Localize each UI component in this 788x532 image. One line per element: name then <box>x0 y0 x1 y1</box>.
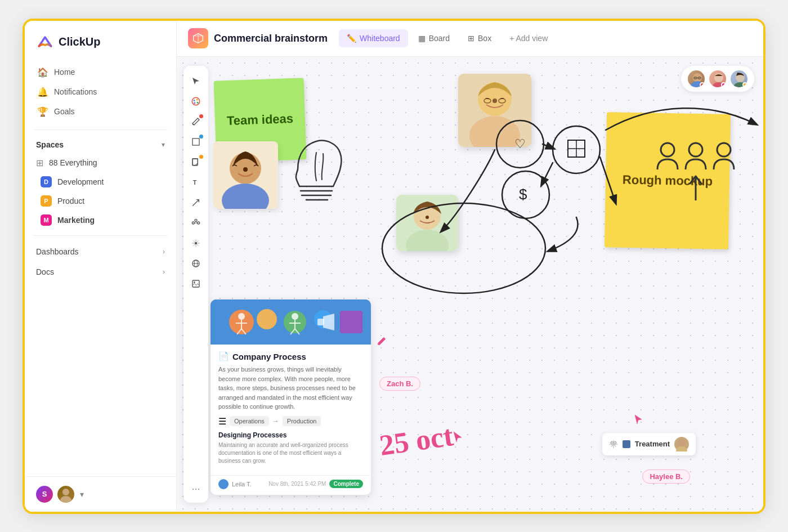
doc-date: Nov 8th, 2021 5:42 PM <box>268 481 326 487</box>
view-icon <box>188 28 208 48</box>
svg-point-4 <box>194 100 195 101</box>
home-icon: 🏠 <box>37 67 48 78</box>
tool-connect[interactable] <box>186 213 205 233</box>
tab-board[interactable]: ▦ Board <box>410 29 458 47</box>
note-dot <box>199 155 203 159</box>
tool-cursor[interactable] <box>186 71 205 91</box>
svg-point-65 <box>292 313 298 320</box>
tool-palette[interactable] <box>186 92 205 111</box>
document-card[interactable]: 📄 Company Process As your business grows… <box>211 299 371 495</box>
box-tab-label: Box <box>478 34 491 43</box>
doc-subtitle: Designing Processes <box>218 431 363 439</box>
svg-point-3 <box>192 97 200 105</box>
sticky-green-text: Team ideas <box>226 111 293 129</box>
list-icon: ☰ <box>218 416 226 427</box>
whiteboard-tab-icon: ✏️ <box>347 34 356 43</box>
toolbar: T ... <box>183 66 208 503</box>
tool-rect[interactable] <box>186 132 205 151</box>
sidebar-item-notifications-label: Notifications <box>54 87 97 96</box>
label-zach: Zach B. <box>379 377 420 391</box>
pen-dot <box>199 114 203 118</box>
main-area: Commercial brainstorm ✏️ Whiteboard ▦ Bo… <box>177 21 763 512</box>
user-avatar-person[interactable] <box>57 486 74 503</box>
zach-label-text: Zach B. <box>387 379 413 388</box>
whiteboard-canvas[interactable]: T ... <box>177 57 763 512</box>
divider <box>34 129 167 130</box>
svg-point-12 <box>198 222 200 224</box>
svg-point-60 <box>238 313 245 320</box>
sidebar-item-goals[interactable]: 🏆 Goals <box>32 102 169 122</box>
tool-image[interactable] <box>186 274 205 293</box>
tool-globe[interactable] <box>186 254 205 273</box>
tool-note[interactable] <box>186 153 205 172</box>
add-view-button[interactable]: + Add view <box>502 29 556 47</box>
sidebar-section-dashboards[interactable]: Dashboards › <box>25 242 176 262</box>
cursor-icon <box>453 431 463 445</box>
whiteboard-tab-label: Whiteboard <box>360 34 400 43</box>
user-avatars <box>681 66 754 92</box>
tab-whiteboard[interactable]: ✏️ Whiteboard <box>339 29 408 47</box>
tool-arrow[interactable] <box>186 193 205 212</box>
arrow-icon: → <box>272 417 279 425</box>
sidebar-item-development[interactable]: D Development <box>29 172 172 191</box>
sidebar-bottom: S ▾ <box>25 476 176 512</box>
svg-point-71 <box>678 439 686 446</box>
sidebar-item-marketing[interactable]: M Marketing <box>29 211 172 230</box>
sidebar-item-notifications[interactable]: 🔔 Notifications <box>32 82 169 102</box>
everything-label: 88 Everything <box>49 158 97 167</box>
board-tab-icon: ▦ <box>418 34 426 43</box>
online-dot-2 <box>721 82 726 87</box>
svg-point-7 <box>194 102 195 104</box>
trophy-icon: 🏆 <box>37 106 48 117</box>
page-title: Commercial brainstorm <box>214 33 328 44</box>
online-dot-3 <box>742 82 747 87</box>
sidebar-item-product[interactable]: P Product <box>29 191 172 211</box>
avatar-user3 <box>729 69 749 88</box>
person-photo-mid <box>396 195 458 251</box>
user-avatar-s[interactable]: S <box>36 486 53 503</box>
svg-point-1 <box>62 489 69 495</box>
logo[interactable]: ClickUp <box>25 21 176 60</box>
sidebar-section-docs[interactable]: Docs › <box>25 262 176 282</box>
marketing-badge: M <box>41 214 52 226</box>
doc-status-badge: Complete <box>329 480 363 488</box>
sidebar-nav: 🏠 Home 🔔 Notifications 🏆 Goals <box>25 60 176 124</box>
flow-from: Operations <box>230 416 269 426</box>
svg-point-13 <box>195 219 197 221</box>
doc-icon: 📄 <box>218 351 229 361</box>
svg-rect-17 <box>192 280 199 287</box>
header: Commercial brainstorm ✏️ Whiteboard ▦ Bo… <box>177 21 763 57</box>
people-icons-svg <box>651 136 741 203</box>
doc-flow: ☰ Operations → Production <box>218 416 363 427</box>
chevron-down-icon: ▾ <box>162 141 165 149</box>
box-tab-icon: ⊞ <box>468 34 474 43</box>
doc-sub-desc: Maintaining an accurate and well-organiz… <box>218 441 363 465</box>
product-badge: P <box>41 195 52 207</box>
svg-point-47 <box>553 126 600 173</box>
doc-title: 📄 Company Process <box>218 351 363 361</box>
haylee-label-text: Haylee B. <box>650 472 683 481</box>
svg-text:T: T <box>193 179 197 186</box>
svg-point-72 <box>676 446 687 451</box>
tool-sparkle[interactable] <box>186 234 205 253</box>
tab-box[interactable]: ⊞ Box <box>460 29 499 47</box>
avatar-user1 <box>687 69 706 88</box>
development-badge: D <box>41 176 52 187</box>
add-view-label: + Add view <box>509 34 548 43</box>
sidebar-item-home[interactable]: 🏠 Home <box>32 62 169 82</box>
svg-text:$: $ <box>519 186 527 203</box>
more-tools[interactable]: ... <box>191 476 200 497</box>
spaces-header[interactable]: Spaces ▾ <box>25 136 176 154</box>
everything-item[interactable]: ⊞ 88 Everything <box>25 154 176 172</box>
sidebar: ClickUp 🏠 Home 🔔 Notifications 🏆 Goals S… <box>25 21 177 512</box>
tool-pen[interactable] <box>186 112 205 131</box>
tool-text[interactable]: T <box>186 173 205 192</box>
treatment-card: Treatment <box>602 433 696 455</box>
product-label: Product <box>57 196 84 205</box>
person-photo-left <box>213 141 278 209</box>
development-label: Development <box>57 177 104 186</box>
doc-author: Leila T. <box>232 481 252 488</box>
svg-point-40 <box>243 167 248 172</box>
user-chevron-icon[interactable]: ▾ <box>80 490 84 499</box>
svg-rect-8 <box>192 138 199 145</box>
